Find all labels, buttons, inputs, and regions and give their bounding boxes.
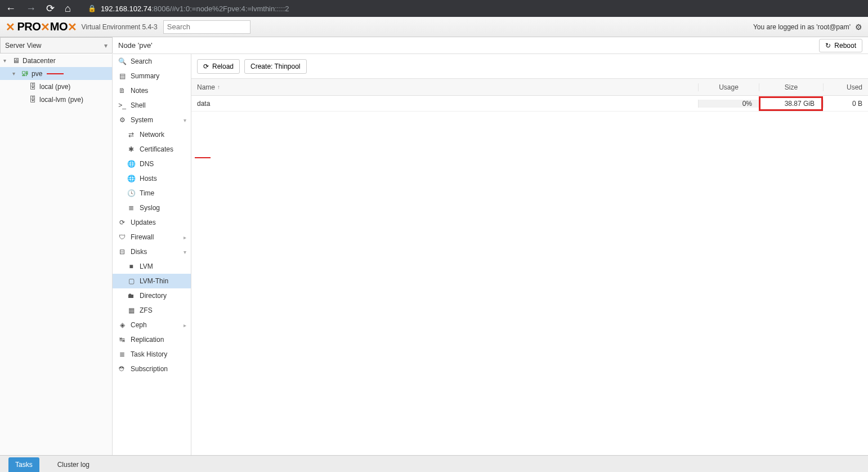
tree-label: pve — [32, 70, 42, 78]
nav-hosts[interactable]: 🌐Hosts — [113, 171, 191, 186]
retweet-icon: ↹ — [118, 336, 126, 344]
collapse-icon[interactable]: ▾ — [12, 70, 18, 77]
nav-notes[interactable]: 🗎Notes — [113, 83, 191, 98]
nav-zfs[interactable]: ▦ZFS — [113, 303, 191, 318]
certificate-icon: ✱ — [127, 145, 135, 153]
logo[interactable]: ✕PRO✕MO✕ — [6, 20, 77, 34]
col-header-used[interactable]: Used — [823, 83, 868, 91]
nav-summary[interactable]: ▤Summary — [113, 69, 191, 83]
main-area: ▾ 🖥 Datacenter ▾ 🖳 pve 🗄 local (pve) 🗄 l… — [0, 54, 868, 455]
col-header-size[interactable]: Size — [759, 83, 823, 91]
tab-tasks[interactable]: Tasks — [8, 457, 39, 472]
cogs-icon: ⚙ — [118, 116, 126, 124]
col-header-usage[interactable]: Usage — [698, 83, 759, 91]
env-label: Virtual Environment 5.4-3 — [82, 23, 158, 31]
tree-label: Datacenter — [23, 57, 56, 65]
view-selector[interactable]: Server View ▾ — [0, 37, 113, 54]
nav-disks[interactable]: ⊟Disks▾ — [113, 244, 191, 259]
globe-icon: 🌐 — [127, 160, 135, 168]
nav-label: Syslog — [140, 204, 160, 212]
back-icon[interactable]: ← — [6, 3, 16, 15]
nav-subscription[interactable]: ⛑Subscription — [113, 362, 191, 376]
nav-network[interactable]: ⇄Network — [113, 127, 191, 142]
sub-header: Server View ▾ Node 'pve' ↻ Reboot — [0, 37, 868, 54]
cell-size: 38.87 GiB — [759, 96, 823, 111]
nav-label: Summary — [131, 72, 159, 80]
reboot-button[interactable]: ↻ Reboot — [819, 39, 862, 52]
bottom-tabs: Tasks Cluster log — [0, 455, 868, 472]
nav-label: DNS — [140, 160, 154, 168]
square-outline-icon: ▢ — [127, 277, 135, 285]
chevron-right-icon: ▸ — [184, 234, 186, 241]
search-input[interactable] — [163, 20, 250, 34]
folder-icon: 🖿 — [127, 292, 135, 300]
reload-icon[interactable]: ⟳ — [46, 2, 55, 15]
nav-label: Ceph — [131, 321, 147, 329]
content-panel: ⟳Reload Create: Thinpool Name↑ Usage Siz… — [191, 54, 868, 455]
tree-label: local (pve) — [39, 83, 70, 91]
nav-label: Directory — [140, 292, 167, 300]
globe-icon: 🌐 — [127, 175, 135, 182]
nav-label: Notes — [131, 87, 148, 95]
col-header-name[interactable]: Name↑ — [191, 83, 698, 91]
shield-icon: 🛡 — [118, 233, 126, 241]
nav-lvm[interactable]: ■LVM — [113, 259, 191, 274]
table-row[interactable]: data 0% 38.87 GiB 0 B — [191, 96, 868, 112]
reload-button[interactable]: ⟳Reload — [197, 59, 240, 74]
grid-icon: ▦ — [127, 306, 135, 314]
storage-icon: 🗄 — [28, 82, 37, 91]
top-header: ✕PRO✕MO✕ Virtual Environment 5.4-3 You a… — [0, 17, 868, 37]
forward-icon[interactable]: → — [26, 3, 36, 15]
nav-label: Search — [131, 57, 152, 65]
nav-label: Disks — [131, 248, 147, 256]
tree-node-pve[interactable]: ▾ 🖳 pve — [0, 67, 112, 80]
nav-label: Updates — [131, 219, 156, 226]
home-icon[interactable]: ⌂ — [65, 3, 71, 15]
nav-label: Hosts — [140, 175, 157, 182]
server-icon: 🖥 — [11, 56, 20, 65]
tree-storage-local[interactable]: 🗄 local (pve) — [0, 80, 112, 93]
nav-label: Certificates — [140, 145, 173, 153]
tree-storage-local-lvm[interactable]: 🗄 local-lvm (pve) — [0, 93, 112, 106]
cell-used: 0 B — [823, 100, 868, 108]
nav-system[interactable]: ⚙System▾ — [113, 113, 191, 127]
nav-label: Replication — [131, 336, 164, 344]
list-icon: ≣ — [118, 350, 126, 358]
node-title: Node 'pve' — [118, 41, 153, 50]
gear-icon[interactable]: ⚙ — [855, 23, 862, 32]
nav-ceph[interactable]: ◈Ceph▸ — [113, 318, 191, 332]
node-icon: 🖳 — [20, 69, 29, 78]
tab-clusterlog[interactable]: Cluster log — [51, 457, 96, 472]
nav-dns[interactable]: 🌐DNS — [113, 157, 191, 171]
nav-certificates[interactable]: ✱Certificates — [113, 142, 191, 157]
square-icon: ■ — [127, 262, 135, 270]
lock-icon: 🔒 — [88, 5, 96, 12]
reboot-label: Reboot — [834, 42, 856, 50]
collapse-icon[interactable]: ▾ — [3, 57, 9, 64]
note-icon: 🗎 — [118, 87, 126, 95]
header-label: Name — [197, 83, 215, 91]
nav-label: LVM — [140, 262, 153, 270]
nav-shell[interactable]: >_Shell — [113, 98, 191, 113]
nav-updates[interactable]: ⟳Updates — [113, 215, 191, 230]
url-path: :8006/#v1:0:=node%2Fpve:4:=lvmthin:::::2 — [151, 5, 289, 13]
tree-datacenter[interactable]: ▾ 🖥 Datacenter — [0, 54, 112, 67]
nav-label: Network — [140, 131, 164, 139]
browser-chrome: ← → ⟳ ⌂ 🔒 192.168.102.74:8006/#v1:0:=nod… — [0, 0, 868, 17]
network-icon: ⇄ — [127, 131, 135, 139]
chevron-down-icon: ▾ — [184, 117, 186, 123]
annotation-line — [47, 73, 64, 74]
nav-lvmthin[interactable]: ▢LVM-Thin — [113, 274, 191, 288]
view-selector-label: Server View — [5, 42, 41, 50]
nav-label: Task History — [131, 350, 167, 358]
nav-directory[interactable]: 🖿Directory — [113, 288, 191, 303]
nav-taskhistory[interactable]: ≣Task History — [113, 347, 191, 362]
nav-syslog[interactable]: ≣Syslog — [113, 201, 191, 215]
create-thinpool-button[interactable]: Create: Thinpool — [244, 59, 307, 74]
nav-replication[interactable]: ↹Replication — [113, 332, 191, 347]
url-host: 192.168.102.74 — [101, 5, 151, 13]
nav-firewall[interactable]: 🛡Firewall▸ — [113, 230, 191, 244]
nav-search[interactable]: 🔍Search — [113, 54, 191, 69]
url-text[interactable]: 192.168.102.74:8006/#v1:0:=node%2Fpve:4:… — [101, 5, 289, 13]
nav-time[interactable]: 🕓Time — [113, 186, 191, 201]
